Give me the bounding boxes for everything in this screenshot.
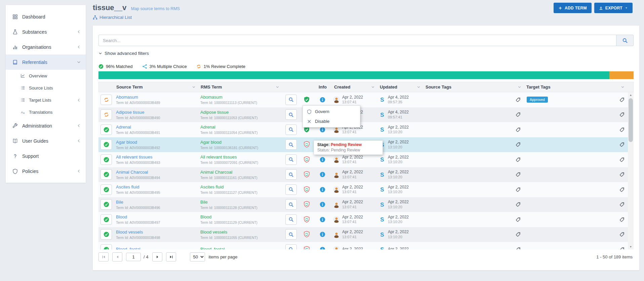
zoom-term-button[interactable]	[285, 169, 297, 180]
rms-term-link[interactable]: Blood vessels	[200, 230, 227, 235]
sidebar-item-substances[interactable]: Substances	[6, 24, 86, 39]
info-icon[interactable]	[320, 202, 325, 207]
info-icon[interactable]	[320, 157, 325, 163]
tag-icon[interactable]	[619, 97, 625, 102]
add-term-button[interactable]: ADD TERM	[554, 3, 592, 13]
rms-term-link[interactable]: Adrenal	[200, 125, 215, 130]
first-page-button[interactable]	[98, 252, 109, 261]
sort-chevron-icon[interactable]	[417, 85, 420, 89]
tag-icon[interactable]	[516, 142, 521, 147]
sidebar-item-overview[interactable]: Overview	[6, 70, 86, 82]
shield-sync-icon[interactable]	[304, 216, 310, 223]
sort-chevron-icon[interactable]	[276, 85, 279, 89]
tag-icon[interactable]	[516, 247, 521, 249]
info-icon[interactable]	[320, 217, 325, 222]
last-page-button[interactable]	[166, 252, 176, 261]
source-term-link[interactable]: Blood vessels	[116, 230, 143, 235]
next-page-button[interactable]	[152, 252, 162, 261]
header-target-tags[interactable]: Target Tags	[524, 82, 628, 92]
rms-term-link[interactable]: Blood, foetal	[200, 247, 225, 249]
match-status-button[interactable]	[100, 169, 112, 180]
info-icon[interactable]	[320, 172, 325, 177]
export-button[interactable]: EXPORT	[594, 3, 633, 13]
header-source-term[interactable]: Source Term	[114, 82, 199, 92]
hierarchical-list-link[interactable]: Hierarchical List	[93, 15, 132, 20]
match-status-button[interactable]	[100, 154, 112, 165]
context-menu-item-disable[interactable]: Disable	[303, 116, 360, 126]
source-term-link[interactable]: Blood	[116, 214, 127, 220]
shield-sync-icon[interactable]	[304, 141, 310, 148]
tag-icon[interactable]	[619, 247, 625, 249]
header-created[interactable]: Created	[332, 82, 378, 92]
tag-icon[interactable]	[516, 127, 521, 132]
sidebar-item-translations[interactable]: AaTranslations	[6, 106, 86, 118]
shield-sync-icon[interactable]	[304, 201, 310, 208]
previous-page-button[interactable]	[112, 252, 122, 261]
sort-chevron-icon[interactable]	[621, 85, 625, 89]
source-term-link[interactable]: Ascites fluid	[116, 184, 139, 190]
tag-icon[interactable]	[619, 232, 625, 237]
tag-icon[interactable]	[619, 187, 625, 192]
rms-term-link[interactable]: Agar blood	[200, 140, 222, 145]
source-term-link[interactable]: Animal Charcoal	[116, 170, 148, 175]
tag-icon[interactable]	[619, 202, 625, 207]
tag-icon[interactable]	[619, 142, 625, 147]
search-button[interactable]	[616, 35, 634, 46]
sort-chevron-icon[interactable]	[518, 85, 521, 89]
match-status-button[interactable]	[100, 109, 112, 120]
sidebar-item-user-guides[interactable]: User Guides	[6, 133, 86, 148]
tag-icon[interactable]	[516, 202, 521, 207]
advanced-filters-toggle[interactable]: Show advanced filters	[98, 51, 149, 56]
tag-icon[interactable]	[516, 232, 521, 237]
rms-term-link[interactable]: All relevant tissues	[200, 154, 237, 160]
source-term-link[interactable]: Agar blood	[116, 140, 137, 145]
zoom-term-button[interactable]	[285, 199, 297, 210]
source-term-link[interactable]: Adipose tissue	[116, 110, 145, 115]
match-status-button[interactable]	[100, 184, 112, 195]
info-icon[interactable]	[320, 97, 325, 103]
match-status-button[interactable]	[100, 229, 112, 240]
shield-sync-icon[interactable]	[304, 156, 310, 163]
tag-icon[interactable]	[619, 172, 625, 177]
tag-icon[interactable]	[619, 112, 625, 117]
zoom-term-button[interactable]	[285, 109, 297, 120]
header-source-tags[interactable]: Source Tags	[424, 82, 524, 92]
zoom-term-button[interactable]	[285, 139, 297, 150]
sidebar-item-policies[interactable]: Policies	[6, 164, 86, 179]
match-status-button[interactable]	[100, 214, 112, 225]
match-status-button[interactable]	[100, 244, 112, 249]
source-term-link[interactable]: Bile	[116, 200, 123, 205]
zoom-term-button[interactable]	[285, 184, 297, 195]
match-status-button[interactable]	[100, 95, 112, 105]
shield-check-icon[interactable]	[304, 96, 310, 103]
sort-chevron-icon[interactable]	[371, 85, 375, 89]
vertical-scrollbar[interactable]: ▲ ▼	[628, 92, 634, 249]
shield-sync-icon[interactable]	[304, 231, 310, 238]
rms-term-link[interactable]: Abomasum	[200, 95, 223, 100]
source-term-link[interactable]: Abomasum	[116, 95, 138, 100]
match-status-button[interactable]	[100, 125, 112, 135]
sidebar-item-support[interactable]: Support	[6, 148, 86, 164]
header-rms-term[interactable]: RMS Term	[199, 82, 282, 92]
context-menu-item-govern[interactable]: Govern	[303, 107, 360, 116]
info-icon[interactable]	[320, 247, 325, 249]
scroll-down-icon[interactable]: ▼	[628, 244, 634, 249]
rms-term-link[interactable]: Blood	[200, 214, 211, 220]
zoom-term-button[interactable]	[285, 244, 297, 249]
shield-sync-icon[interactable]	[304, 171, 310, 178]
source-term-link[interactable]: Adrenal	[116, 125, 131, 130]
sidebar-item-target-lists[interactable]: Target Lists	[6, 94, 86, 106]
sidebar-item-organisations[interactable]: Organisations	[6, 39, 86, 55]
info-icon[interactable]	[320, 127, 325, 133]
sidebar-item-dashboard[interactable]: Dashboard	[6, 9, 86, 24]
tag-icon[interactable]	[516, 97, 521, 102]
sidebar-item-source-lists[interactable]: Source Lists	[6, 82, 86, 94]
info-icon[interactable]	[320, 187, 325, 192]
tag-icon[interactable]	[516, 157, 521, 162]
zoom-term-button[interactable]	[285, 214, 297, 225]
sidebar-item-referentials[interactable]: Referentials	[6, 55, 86, 70]
scroll-up-icon[interactable]: ▲	[628, 92, 634, 98]
search-input[interactable]	[98, 35, 616, 46]
tag-icon[interactable]	[516, 172, 521, 177]
zoom-term-button[interactable]	[285, 154, 297, 165]
